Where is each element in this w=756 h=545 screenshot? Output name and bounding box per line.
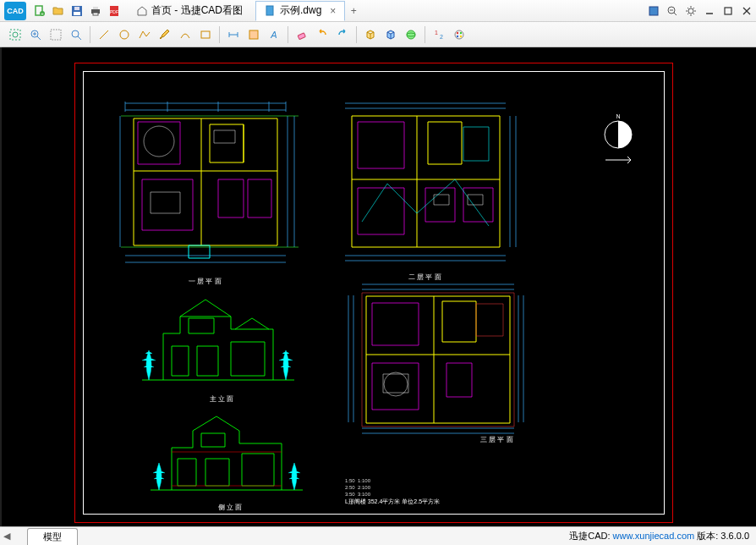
cube-button[interactable] bbox=[381, 25, 400, 44]
svg-rect-4 bbox=[74, 12, 80, 15]
app-logo: CAD bbox=[0, 0, 30, 22]
zoom-dynamic-button[interactable] bbox=[47, 25, 65, 44]
open-file-icon[interactable] bbox=[51, 3, 66, 19]
svg-rect-93 bbox=[428, 122, 462, 164]
cad-drawing: 一 层 平 面 bbox=[74, 63, 673, 523]
maximize-button[interactable] bbox=[719, 2, 737, 20]
status-bar: ◀ 模型 迅捷CAD: www.xunjiecad.com 版本: 3.6.0.… bbox=[0, 526, 756, 545]
elev2-label: 侧 立 面 bbox=[218, 503, 242, 512]
pdf-icon[interactable]: PDF bbox=[107, 3, 122, 19]
svg-rect-35 bbox=[51, 30, 61, 40]
svg-text:1: 1 bbox=[435, 30, 438, 36]
plan3-label: 三 层 平 面 bbox=[480, 435, 513, 444]
new-tab-button[interactable]: + bbox=[345, 3, 362, 19]
print-icon[interactable] bbox=[88, 3, 103, 19]
svg-point-78 bbox=[144, 126, 174, 157]
polyline-tool-button[interactable] bbox=[135, 25, 154, 44]
svg-rect-129 bbox=[242, 454, 274, 486]
svg-point-51 bbox=[455, 30, 463, 39]
compass-icon: N bbox=[597, 113, 639, 173]
close-button[interactable] bbox=[737, 2, 756, 20]
rect-tool-button[interactable] bbox=[196, 25, 215, 44]
undo-button[interactable] bbox=[313, 25, 331, 44]
svg-rect-113 bbox=[372, 303, 419, 345]
svg-rect-112 bbox=[442, 301, 476, 342]
drawing-canvas[interactable]: 一 层 平 面 bbox=[0, 47, 756, 526]
palette-button[interactable] bbox=[450, 25, 468, 44]
svg-text:PDF: PDF bbox=[110, 9, 118, 14]
svg-line-14 bbox=[674, 13, 677, 15]
svg-rect-127 bbox=[178, 459, 196, 486]
svg-rect-29 bbox=[10, 30, 20, 40]
svg-line-38 bbox=[100, 30, 108, 39]
pencil-tool-button[interactable] bbox=[156, 25, 174, 44]
svg-point-39 bbox=[120, 30, 129, 39]
tab-home[interactable]: 首页 - 迅捷CAD看图 bbox=[127, 1, 255, 21]
svg-point-55 bbox=[457, 35, 458, 36]
sphere-button[interactable] bbox=[402, 25, 420, 44]
svg-line-23 bbox=[688, 13, 689, 14]
title-bar: CAD + PDF 首页 - 迅捷CAD看图 示例.dwg × + bbox=[0, 0, 756, 22]
tab-label: 示例.dwg bbox=[280, 3, 321, 18]
circle-tool-button[interactable] bbox=[115, 25, 134, 44]
svg-rect-75 bbox=[142, 179, 193, 230]
svg-rect-122 bbox=[197, 346, 218, 376]
zoom-window-button[interactable] bbox=[26, 25, 45, 44]
dimension-button[interactable] bbox=[224, 25, 243, 44]
arc-tool-button[interactable] bbox=[176, 25, 194, 44]
svg-point-54 bbox=[460, 35, 462, 36]
svg-rect-117 bbox=[476, 304, 503, 336]
svg-rect-94 bbox=[358, 122, 404, 168]
layer-button[interactable] bbox=[244, 25, 263, 44]
gear-icon[interactable] bbox=[682, 2, 700, 20]
page-icon[interactable] bbox=[644, 2, 663, 20]
svg-rect-80 bbox=[214, 130, 235, 143]
svg-text:+: + bbox=[41, 11, 44, 16]
svg-rect-11 bbox=[266, 6, 273, 15]
document-icon bbox=[265, 5, 277, 17]
svg-point-16 bbox=[688, 8, 693, 14]
erase-button[interactable] bbox=[293, 25, 311, 44]
svg-rect-130 bbox=[201, 433, 225, 447]
svg-line-24 bbox=[693, 8, 695, 9]
tab-document[interactable]: 示例.dwg × bbox=[255, 1, 345, 21]
svg-rect-76 bbox=[218, 179, 244, 217]
chevron-left-icon[interactable]: ◀ bbox=[3, 531, 10, 542]
svg-text:2: 2 bbox=[440, 34, 443, 40]
svg-line-22 bbox=[693, 13, 695, 14]
text-tool-button[interactable]: A bbox=[265, 25, 283, 44]
svg-point-53 bbox=[460, 31, 462, 33]
svg-text:A: A bbox=[270, 30, 277, 40]
zoom-extents-button[interactable] bbox=[6, 25, 25, 44]
minimize-button[interactable] bbox=[700, 2, 719, 20]
line-tool-button[interactable] bbox=[95, 25, 113, 44]
model-tab[interactable]: 模型 bbox=[27, 528, 78, 545]
svg-point-30 bbox=[13, 32, 18, 37]
svg-rect-44 bbox=[249, 30, 258, 39]
layers-button[interactable]: 12 bbox=[430, 25, 448, 44]
save-icon[interactable] bbox=[69, 3, 85, 19]
svg-rect-95 bbox=[358, 188, 404, 234]
close-tab-icon[interactable]: × bbox=[330, 5, 336, 17]
svg-rect-26 bbox=[725, 8, 731, 14]
svg-line-21 bbox=[688, 8, 689, 9]
svg-point-36 bbox=[72, 30, 79, 37]
redo-button[interactable] bbox=[333, 25, 352, 44]
svg-rect-77 bbox=[248, 179, 271, 217]
box3d-button[interactable] bbox=[361, 25, 380, 44]
website-link[interactable]: www.xunjiecad.com bbox=[613, 531, 695, 541]
svg-text:N: N bbox=[616, 113, 620, 119]
new-file-icon[interactable]: + bbox=[32, 3, 47, 19]
svg-rect-114 bbox=[372, 363, 419, 410]
tab-label: 首页 - 迅捷CAD看图 bbox=[151, 3, 243, 18]
svg-rect-46 bbox=[298, 32, 305, 39]
svg-rect-90 bbox=[352, 116, 500, 247]
svg-rect-109 bbox=[366, 296, 510, 423]
svg-rect-115 bbox=[446, 363, 472, 397]
svg-rect-124 bbox=[189, 318, 214, 333]
zoom-out-icon[interactable] bbox=[663, 2, 682, 20]
zoom-realtime-button[interactable] bbox=[67, 25, 85, 44]
svg-rect-128 bbox=[205, 459, 229, 486]
svg-rect-74 bbox=[138, 122, 180, 164]
svg-rect-69 bbox=[134, 118, 277, 245]
